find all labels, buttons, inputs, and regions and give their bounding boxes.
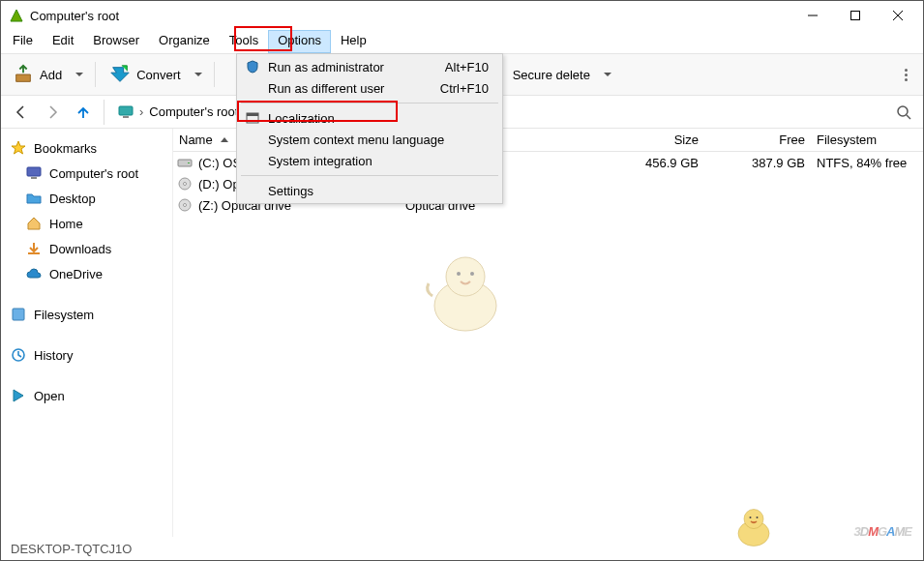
maximize-button[interactable]: [834, 2, 877, 29]
sidebar-item-computers-root[interactable]: Computer's root: [5, 162, 168, 185]
svg-rect-7: [13, 309, 24, 320]
svg-point-3: [898, 106, 908, 116]
menu-tools[interactable]: Tools: [220, 30, 268, 53]
convert-label: Convert: [136, 68, 181, 82]
sidebar-item-label: OneDrive: [49, 267, 103, 281]
menu-context-menu-lang[interactable]: System context menu language: [239, 129, 500, 150]
col-filesystem[interactable]: Filesystem: [811, 133, 915, 147]
row-fs: NTFS, 84% free: [811, 156, 915, 170]
menu-separator: [241, 103, 498, 103]
play-icon: [11, 388, 26, 403]
disc-icon: [177, 176, 193, 192]
disk-icon: [11, 307, 26, 322]
sidebar-item-label: Home: [49, 217, 83, 231]
window-icon: [245, 110, 260, 126]
col-free[interactable]: Free: [710, 133, 811, 147]
menu-run-as-user[interactable]: Run as different user Ctrl+F10: [239, 77, 500, 99]
search-button[interactable]: [890, 104, 917, 120]
titlebar: Computer's root: [1, 1, 923, 30]
sidebar-item-downloads[interactable]: Downloads: [5, 237, 168, 260]
svg-point-14: [184, 204, 187, 207]
nav-back-button[interactable]: [7, 98, 36, 127]
sidebar-history[interactable]: History: [5, 343, 168, 367]
folder-icon: [26, 191, 42, 206]
sidebar-open-label: Open: [34, 389, 65, 403]
disc-icon: [177, 197, 193, 213]
convert-button[interactable]: Convert: [104, 59, 187, 90]
menu-run-as-admin[interactable]: Run as administrator Alt+F10: [239, 56, 500, 77]
sidebar-filesystem-label: Filesystem: [34, 308, 94, 322]
sidebar-open[interactable]: Open: [5, 384, 168, 407]
breadcrumb-computers-root[interactable]: Computer's root: [145, 104, 242, 119]
svg-point-12: [184, 183, 187, 186]
svg-rect-5: [31, 177, 37, 179]
sidebar-filesystem[interactable]: Filesystem: [5, 303, 168, 326]
menu-label: Run as administrator: [268, 60, 384, 74]
svg-rect-10: [188, 162, 190, 163]
secure-delete-dropdown[interactable]: [600, 59, 615, 90]
menu-file[interactable]: File: [3, 30, 43, 53]
menu-options[interactable]: Options: [268, 30, 331, 53]
nav-forward-button[interactable]: [38, 98, 67, 127]
status-hostname: DESKTOP-TQTCJ1O: [11, 542, 132, 556]
menu-label: Run as different user: [268, 81, 384, 96]
sidebar-item-onedrive[interactable]: OneDrive: [5, 262, 168, 285]
menu-system-integration[interactable]: System integration: [239, 150, 500, 171]
overflow-menu-button[interactable]: [894, 69, 917, 81]
menubar: File Edit Browser Organize Tools Options…: [1, 30, 923, 53]
add-label: Add: [40, 68, 62, 82]
menu-shortcut: Alt+F10: [445, 60, 489, 74]
sort-asc-icon: [221, 137, 228, 142]
menu-localization[interactable]: Localization: [239, 107, 500, 129]
minimize-button[interactable]: [791, 2, 834, 29]
svg-rect-1: [119, 106, 133, 115]
menu-separator: [241, 175, 498, 176]
separator: [104, 100, 104, 125]
svg-rect-2: [123, 116, 129, 118]
hdd-icon: [177, 155, 193, 170]
clock-icon: [11, 347, 26, 363]
sidebar-item-home[interactable]: Home: [5, 212, 168, 235]
secure-delete-label: Secure delete: [513, 68, 590, 82]
convert-dropdown[interactable]: [191, 59, 206, 90]
sidebar-history-label: History: [34, 348, 73, 363]
nav-up-button[interactable]: [69, 98, 98, 127]
cloud-icon: [26, 266, 42, 281]
svg-rect-6: [28, 252, 40, 254]
svg-rect-0: [851, 12, 860, 20]
menu-settings[interactable]: Settings: [239, 180, 500, 201]
menu-label: System integration: [268, 154, 373, 168]
close-button[interactable]: [877, 2, 919, 29]
sidebar-item-desktop[interactable]: Desktop: [5, 187, 168, 210]
shield-icon: [245, 59, 260, 74]
sidebar-bookmarks[interactable]: Bookmarks: [5, 136, 168, 160]
menu-help[interactable]: Help: [331, 30, 376, 53]
home-icon: [26, 216, 42, 231]
menu-edit[interactable]: Edit: [43, 30, 83, 53]
menu-label: Localization: [268, 111, 335, 126]
add-button[interactable]: Add: [7, 59, 68, 90]
menu-organize[interactable]: Organize: [149, 30, 220, 53]
monitor-icon: [26, 165, 42, 181]
row-name: (C:) OS: [198, 156, 241, 170]
breadcrumb-root-icon[interactable]: [114, 104, 137, 120]
secure-delete-button[interactable]: Secure delete: [507, 59, 596, 90]
menu-shortcut: Ctrl+F10: [440, 81, 489, 96]
download-icon: [26, 241, 42, 256]
sidebar-bookmarks-label: Bookmarks: [34, 141, 97, 156]
row-size: 456.9 GB: [604, 156, 710, 170]
window-title: Computer's root: [30, 9, 791, 23]
add-dropdown[interactable]: [72, 59, 87, 90]
svg-rect-4: [27, 167, 41, 176]
menu-browser[interactable]: Browser: [83, 30, 149, 53]
star-icon: [11, 140, 26, 156]
menu-label: System context menu language: [268, 133, 444, 147]
sidebar-item-label: Downloads: [49, 242, 111, 256]
col-size[interactable]: Size: [604, 133, 710, 147]
separator: [95, 62, 96, 87]
app-icon: [9, 8, 24, 23]
sidebar-item-label: Computer's root: [49, 166, 138, 181]
svg-rect-16: [247, 113, 258, 116]
statusbar: DESKTOP-TQTCJ1O: [1, 537, 923, 560]
sidebar: Bookmarks Computer's root Desktop Home D…: [1, 129, 173, 537]
